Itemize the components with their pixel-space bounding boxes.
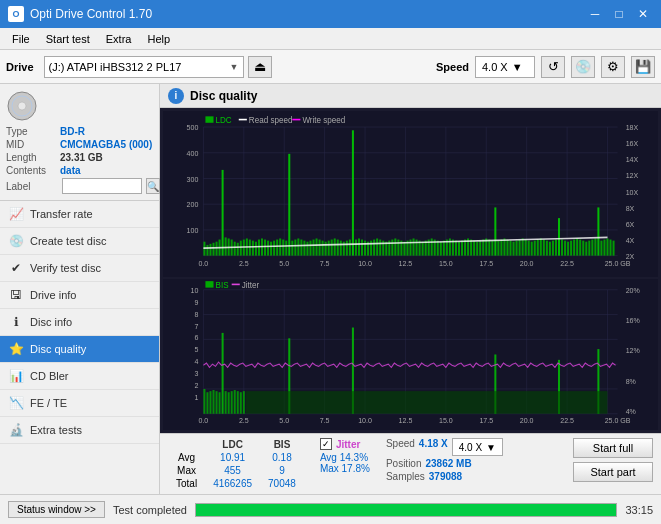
length-value: 23.31 GB bbox=[60, 152, 103, 163]
verify-test-disc-icon: ✔ bbox=[8, 260, 24, 276]
disc-fields: Type BD-R MID CMCMAGBA5 (000) Length 23.… bbox=[6, 126, 153, 194]
disc-button[interactable]: 💿 bbox=[571, 56, 595, 78]
label-input[interactable] bbox=[62, 178, 142, 194]
svg-rect-145 bbox=[503, 238, 505, 255]
eject-button[interactable]: ⏏ bbox=[248, 56, 272, 78]
svg-rect-147 bbox=[510, 241, 512, 256]
svg-rect-143 bbox=[497, 241, 499, 256]
svg-rect-168 bbox=[573, 240, 575, 256]
speed-value: 4.0 X bbox=[482, 61, 508, 73]
chevron-down-icon: ▼ bbox=[486, 442, 496, 453]
titlebar: O Opti Drive Control 1.70 ─ □ ✕ bbox=[0, 0, 661, 28]
start-part-button[interactable]: Start part bbox=[573, 462, 653, 482]
svg-text:17.5: 17.5 bbox=[479, 259, 493, 268]
contents-value: data bbox=[60, 165, 81, 176]
svg-text:22.5: 22.5 bbox=[560, 259, 574, 268]
svg-text:16%: 16% bbox=[626, 316, 641, 325]
disc-contents-row: Contents data bbox=[6, 165, 153, 176]
svg-rect-161 bbox=[552, 241, 554, 256]
mid-value: CMCMAGBA5 (000) bbox=[60, 139, 152, 150]
svg-text:8%: 8% bbox=[626, 376, 637, 385]
refresh-button[interactable]: ↺ bbox=[541, 56, 565, 78]
sidebar-item-fe-te[interactable]: 📉 FE / TE bbox=[0, 390, 159, 417]
svg-rect-49 bbox=[213, 243, 215, 256]
start-full-button[interactable]: Start full bbox=[573, 438, 653, 458]
sidebar-item-disc-quality[interactable]: ⭐ Disc quality bbox=[0, 336, 159, 363]
sidebar-item-drive-info[interactable]: 🖫 Drive info bbox=[0, 282, 159, 309]
svg-text:4: 4 bbox=[194, 357, 198, 366]
disc-mid-row: MID CMCMAGBA5 (000) bbox=[6, 139, 153, 150]
status-text: Test completed bbox=[113, 504, 187, 516]
svg-text:6X: 6X bbox=[626, 219, 635, 228]
sidebar-item-extra-tests[interactable]: 🔬 Extra tests bbox=[0, 417, 159, 444]
drive-dropdown[interactable]: (J:) ATAPI iHBS312 2 PL17 ▼ bbox=[44, 56, 244, 78]
length-label: Length bbox=[6, 152, 58, 163]
sidebar-item-create-test-disc[interactable]: 💿 Create test disc bbox=[0, 228, 159, 255]
total-bis: 70048 bbox=[260, 477, 304, 490]
svg-rect-236 bbox=[216, 391, 218, 414]
svg-rect-245 bbox=[243, 391, 245, 414]
svg-rect-140 bbox=[488, 240, 490, 256]
maximize-button[interactable]: □ bbox=[609, 6, 629, 22]
svg-rect-244 bbox=[240, 392, 242, 414]
svg-text:12X: 12X bbox=[626, 171, 639, 180]
svg-text:8: 8 bbox=[194, 310, 198, 319]
svg-rect-130 bbox=[458, 242, 460, 256]
app-icon: O bbox=[8, 6, 24, 22]
settings-button[interactable]: ⚙ bbox=[601, 56, 625, 78]
status-window-button[interactable]: Status window >> bbox=[8, 501, 105, 518]
menu-start-test[interactable]: Start test bbox=[38, 31, 98, 47]
speed-select-dropdown[interactable]: 4.0 X ▼ bbox=[452, 438, 503, 456]
sidebar-item-transfer-rate[interactable]: 📈 Transfer rate bbox=[0, 201, 159, 228]
jitter-checkbox[interactable]: ✓ bbox=[320, 438, 332, 450]
fe-te-icon: 📉 bbox=[8, 395, 24, 411]
svg-rect-73 bbox=[285, 241, 287, 256]
svg-text:100: 100 bbox=[187, 226, 199, 235]
sidebar-item-cd-bler[interactable]: 📊 CD Bler bbox=[0, 363, 159, 390]
chart1-svg: 500 400 300 200 100 18X 16X 14X 12X 10X … bbox=[163, 111, 658, 277]
svg-rect-52 bbox=[222, 170, 224, 256]
samples-row: Samples 379088 bbox=[386, 471, 503, 482]
svg-rect-94 bbox=[349, 240, 351, 256]
svg-text:5.0: 5.0 bbox=[279, 416, 289, 425]
svg-rect-235 bbox=[213, 390, 215, 414]
save-button[interactable]: 💾 bbox=[631, 56, 655, 78]
menu-extra[interactable]: Extra bbox=[98, 31, 140, 47]
position-key: Position bbox=[386, 458, 422, 469]
svg-rect-159 bbox=[546, 241, 548, 256]
svg-text:10: 10 bbox=[191, 286, 199, 295]
sidebar-item-verify-test-disc[interactable]: ✔ Verify test disc bbox=[0, 255, 159, 282]
svg-text:0.0: 0.0 bbox=[198, 416, 208, 425]
minimize-button[interactable]: ─ bbox=[585, 6, 605, 22]
label-browse-button[interactable]: 🔍 bbox=[146, 178, 160, 194]
speed-dropdown[interactable]: 4.0 X ▼ bbox=[475, 56, 535, 78]
svg-rect-163 bbox=[558, 218, 560, 255]
close-button[interactable]: ✕ bbox=[633, 6, 653, 22]
svg-text:15.0: 15.0 bbox=[439, 259, 453, 268]
chart2-svg: 10 9 8 7 6 5 4 3 2 1 20% 16% 12% 8% 4% bbox=[163, 279, 658, 430]
disc-icon bbox=[6, 90, 38, 122]
svg-rect-66 bbox=[264, 240, 266, 256]
menu-help[interactable]: Help bbox=[139, 31, 178, 47]
svg-text:10.0: 10.0 bbox=[358, 416, 372, 425]
disc-quality-icon: ⭐ bbox=[8, 341, 24, 357]
svg-rect-182 bbox=[205, 116, 213, 122]
svg-text:Write speed: Write speed bbox=[302, 115, 345, 125]
svg-rect-108 bbox=[391, 240, 393, 256]
status-time: 33:15 bbox=[625, 504, 653, 516]
sidebar-item-label: Create test disc bbox=[30, 235, 106, 247]
svg-rect-124 bbox=[440, 242, 442, 256]
svg-text:17.5: 17.5 bbox=[479, 416, 493, 425]
svg-text:200: 200 bbox=[187, 200, 199, 209]
svg-text:10.0: 10.0 bbox=[358, 259, 372, 268]
svg-rect-251 bbox=[246, 391, 608, 414]
sidebar-item-disc-info[interactable]: ℹ Disc info bbox=[0, 309, 159, 336]
svg-rect-67 bbox=[267, 241, 269, 256]
svg-text:14X: 14X bbox=[626, 155, 639, 164]
svg-rect-241 bbox=[231, 391, 233, 414]
svg-rect-104 bbox=[379, 240, 381, 256]
disc-info-icon: ℹ bbox=[8, 314, 24, 330]
menu-file[interactable]: File bbox=[4, 31, 38, 47]
svg-rect-180 bbox=[610, 240, 612, 256]
svg-rect-93 bbox=[346, 241, 348, 256]
